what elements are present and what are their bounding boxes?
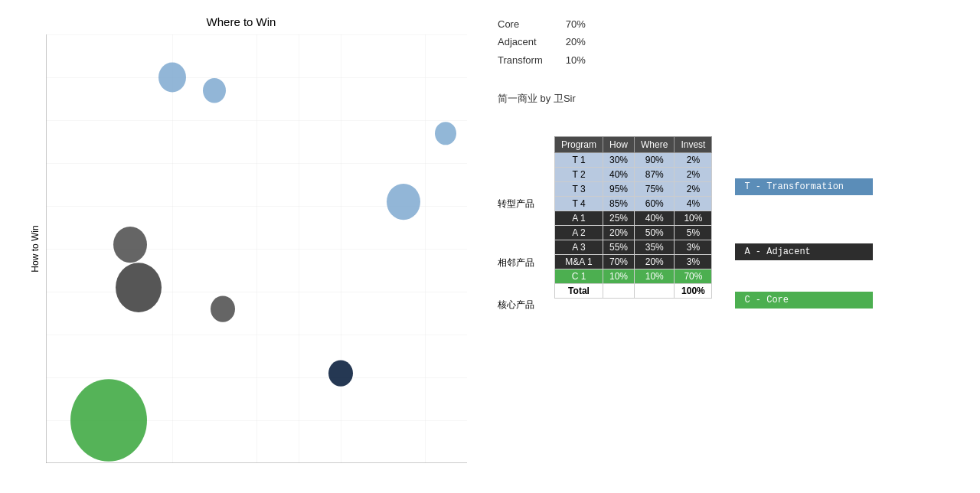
table-row: A 3 55% 35% 3% — [555, 240, 712, 255]
bubble-c1 — [70, 379, 147, 462]
category-label-adjacent: 相邻产品 — [498, 237, 534, 288]
program-a2: A 2 — [555, 226, 603, 240]
program-t1: T 1 — [555, 153, 603, 168]
brand-text: 简一商业 by 卫Sir — [498, 92, 965, 106]
bubble-a2 — [116, 263, 162, 312]
chart-title: Where to Win — [15, 15, 467, 28]
program-c1: C 1 — [555, 269, 603, 284]
col-program: Program — [555, 137, 603, 153]
core-pct: 70% — [566, 15, 609, 33]
badge-transformation: T - Transformation — [735, 178, 873, 195]
table-row-total: Total 100% — [555, 284, 712, 299]
data-table-section: 转型产品 相邻产品 核心产品 Program How Where Invest … — [498, 136, 965, 322]
table-row: T 4 85% 60% 4% — [555, 197, 712, 211]
core-label: Core — [498, 15, 566, 33]
chart-svg: 0% 10% 20% 30% 40% 50% 60% 70% 80% 90% 1… — [46, 34, 467, 463]
badge-core: C - Core — [735, 292, 873, 309]
y-axis-label: How to Win — [30, 225, 41, 272]
bubble-t3 — [435, 122, 456, 145]
table-row: T 1 30% 90% 2% — [555, 153, 712, 168]
program-a1: A 1 — [555, 211, 603, 226]
table-row: M&A 1 70% 20% 3% — [555, 255, 712, 269]
bubble-t2 — [203, 78, 226, 103]
chart-container: How to Win 0% 10% 20% 30% 40% 50% 60% 70… — [46, 34, 467, 463]
table-row: A 2 20% 50% 5% — [555, 226, 712, 240]
right-panel: Core 70% Adjacent 20% Transform 10% 简一商业… — [475, 0, 980, 493]
program-a3: A 3 — [555, 240, 603, 255]
adjacent-label: Adjacent — [498, 33, 566, 51]
category-label-transform: 转型产品 — [498, 170, 534, 237]
bubble-a3 — [211, 295, 235, 322]
col-where: Where — [635, 137, 675, 153]
table-row: T 3 95% 75% 2% — [555, 182, 712, 197]
program-t3: T 3 — [555, 182, 603, 197]
transform-pct: 10% — [566, 51, 609, 69]
adjacent-pct: 20% — [566, 33, 609, 51]
table-row: A 1 25% 40% 10% — [555, 211, 712, 226]
col-how: How — [603, 137, 635, 153]
program-t2: T 2 — [555, 168, 603, 182]
program-table: Program How Where Invest T 1 30% 90% 2% … — [554, 136, 712, 299]
category-label-core: 核心产品 — [498, 288, 534, 322]
bubble-a1 — [113, 227, 147, 263]
category-labels: 转型产品 相邻产品 核心产品 — [498, 153, 534, 322]
table-row: C 1 10% 10% 70% — [555, 269, 712, 284]
bubble-t4 — [387, 184, 420, 220]
legend-badges: T - Transformation A - Adjacent C - Core — [735, 153, 873, 317]
table-row: T 2 40% 87% 2% — [555, 168, 712, 182]
program-t4: T 4 — [555, 197, 603, 211]
col-invest: Invest — [675, 137, 712, 153]
legend-section: Core 70% Adjacent 20% Transform 10% — [498, 15, 965, 69]
bubble-ma1 — [328, 360, 353, 386]
program-ma1: M&A 1 — [555, 255, 603, 269]
chart-panel: Where to Win How to Win 0% 10% 20% 30% 4… — [0, 0, 475, 493]
bubble-t1 — [158, 63, 186, 93]
badge-adjacent: A - Adjacent — [735, 243, 873, 260]
total-label: Total — [555, 284, 603, 299]
transform-label: Transform — [498, 51, 566, 69]
